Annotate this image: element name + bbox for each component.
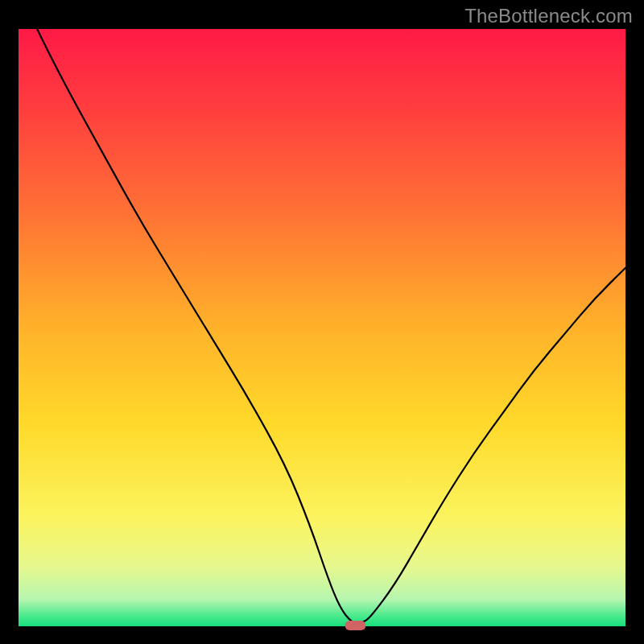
plot-background [19, 29, 625, 626]
chart-container: TheBottleneck.com [0, 0, 644, 644]
bottleneck-chart [0, 0, 644, 644]
optimal-marker [345, 621, 365, 630]
attribution-label: TheBottleneck.com [464, 5, 633, 27]
